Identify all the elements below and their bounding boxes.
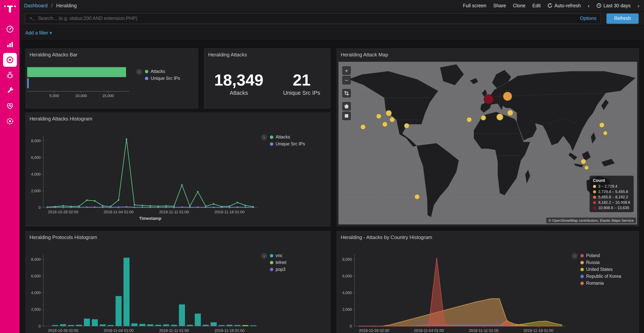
svg-text:6,000: 6,000 <box>31 155 41 160</box>
map-marker[interactable] <box>496 114 503 120</box>
legend-item[interactable]: pop3 <box>270 267 286 272</box>
query-options-link[interactable]: Options <box>580 16 596 21</box>
map-marker[interactable] <box>599 123 604 128</box>
country-histogram-legend: ›PolandRussiaUnited StatesRepublic of Ko… <box>572 253 621 285</box>
fullscreen-button[interactable]: Full screen <box>463 3 486 8</box>
map-legend-item: 2,729.4 – 5,455.8 <box>593 190 630 194</box>
legend-collapse-button[interactable]: › <box>136 69 142 75</box>
legend-dot <box>593 190 596 193</box>
svg-text:Timestamp: Timestamp <box>139 216 162 221</box>
legend-label: Poland <box>586 253 600 258</box>
legend-item[interactable]: United States <box>580 267 621 272</box>
refresh-button[interactable]: Refresh <box>606 13 639 24</box>
world-map[interactable]: + − <box>338 62 637 224</box>
svg-text:2018-11-18 01:00: 2018-11-18 01:00 <box>214 328 244 332</box>
time-range-picker[interactable]: Last 30 days <box>596 3 630 8</box>
map-marker[interactable] <box>376 114 382 119</box>
map-marker[interactable] <box>584 166 588 170</box>
crop-icon <box>344 91 349 96</box>
legend-item[interactable]: Unique Src IPs <box>270 142 305 146</box>
draw-rectangle-button[interactable] <box>342 112 351 120</box>
map-marker[interactable] <box>414 194 420 199</box>
search-input[interactable]: >_ Search... (e.g. status:200 AND extens… <box>25 13 601 24</box>
map-marker[interactable] <box>484 94 494 104</box>
svg-text:6,000: 6,000 <box>31 274 41 278</box>
clock-icon <box>596 3 602 8</box>
legend-collapse-button[interactable]: › <box>261 134 267 140</box>
legend-item[interactable]: vnc <box>270 253 286 258</box>
map-marker[interactable] <box>507 110 513 116</box>
svg-text:6,000: 6,000 <box>342 274 352 278</box>
refresh-cycle-icon <box>548 3 552 8</box>
svg-text:0: 0 <box>38 205 41 210</box>
legend-item[interactable]: telnet <box>270 260 286 265</box>
svg-text:4,000: 4,000 <box>342 291 352 295</box>
legend-label: Romania <box>586 281 604 285</box>
time-next-chevron-icon[interactable]: › <box>638 3 640 9</box>
legend-collapse-button[interactable]: › <box>261 253 267 259</box>
svg-text:2018-11-11 01:00: 2018-11-11 01:00 <box>159 328 189 332</box>
metric: 18,349Attacks <box>214 72 263 96</box>
legend-item[interactable]: Romania <box>580 281 621 285</box>
breadcrumb-separator: / <box>51 3 52 8</box>
add-filter-link[interactable]: Add a filter+ <box>25 30 52 36</box>
zoom-in-button[interactable]: + <box>342 66 351 75</box>
sidebar-item-bug[interactable] <box>3 68 17 82</box>
map-marker[interactable] <box>581 159 586 164</box>
map-marker[interactable] <box>382 122 387 127</box>
sidebar-item-tools[interactable] <box>3 84 17 97</box>
legend-item[interactable]: Attacks <box>270 135 305 139</box>
svg-text:5,000: 5,000 <box>49 94 59 98</box>
sidebar-item-health[interactable] <box>3 99 17 113</box>
auto-refresh-button[interactable]: Auto-refresh <box>548 3 581 8</box>
panel-attack-map: Heralding Attack Map <box>336 48 639 226</box>
share-button[interactable]: Share <box>493 3 506 8</box>
sidebar-item-heralding-active[interactable] <box>3 53 17 67</box>
protocols-histogram-legend: ›vnctelnetpop3 <box>261 253 286 272</box>
map-attribution[interactable]: © OpenStreetMap contributors, Elastic Ma… <box>546 217 636 223</box>
legend-item[interactable]: Republic of Korea <box>580 274 621 278</box>
legend-label: pop3 <box>276 267 286 272</box>
zoom-out-button[interactable]: − <box>342 76 351 84</box>
svg-text:2018-11-11 01:00: 2018-11-11 01:00 <box>469 328 498 332</box>
metric-label: Attacks <box>214 90 263 96</box>
map-marker[interactable] <box>390 117 395 122</box>
polygon-icon <box>344 104 349 109</box>
sidebar-item-settings[interactable] <box>3 114 17 128</box>
legend-item[interactable]: Poland <box>580 253 621 258</box>
legend-collapse-button[interactable]: › <box>572 253 578 259</box>
legend-label: telnet <box>276 260 286 265</box>
time-prev-chevron-icon[interactable]: ‹ <box>588 3 590 9</box>
legend-dot <box>580 274 584 278</box>
svg-text:2018-10-28 02:00: 2018-10-28 02:00 <box>48 328 78 332</box>
legend-label: vnc <box>276 253 282 258</box>
legend-range: 2,729.4 – 5,455.8 <box>598 190 628 194</box>
legend-dot <box>593 195 596 199</box>
map-marker[interactable] <box>360 124 366 130</box>
tachometer-icon <box>6 25 14 33</box>
map-marker[interactable] <box>466 117 472 122</box>
edit-button[interactable]: Edit <box>532 3 541 8</box>
map-marker[interactable] <box>503 92 512 101</box>
svg-text:2018-11-04 01:00: 2018-11-04 01:00 <box>104 210 134 214</box>
legend-item[interactable]: Attacks <box>145 69 180 74</box>
map-legend: Count 3 – 2,729.42,729.4 – 5,455.85,455.… <box>590 176 634 212</box>
draw-polygon-button[interactable] <box>342 102 351 111</box>
legend-label: Unique Src IPs <box>151 76 180 81</box>
sidebar-item-charts[interactable] <box>3 38 17 51</box>
legend-item[interactable]: Unique Src IPs <box>145 76 180 81</box>
terminal-prompt-icon: >_ <box>30 16 34 21</box>
map-marker[interactable] <box>386 110 392 116</box>
fit-bounds-button[interactable] <box>342 89 351 97</box>
map-marker[interactable] <box>481 115 486 121</box>
plus-icon: + <box>50 30 52 36</box>
map-marker[interactable] <box>404 123 409 129</box>
breadcrumb-dashboard-link[interactable]: Dashboard <box>24 3 48 8</box>
sidebar-item-tachometer[interactable] <box>3 22 17 36</box>
map-marker[interactable] <box>603 131 608 135</box>
clone-button[interactable]: Clone <box>513 3 525 8</box>
legend-item[interactable]: Russia <box>580 260 621 265</box>
add-filter-label: Add a filter <box>25 30 48 36</box>
panel-protocols-histogram: Heralding Protocols Histogram 02,0004,00… <box>25 231 330 333</box>
svg-text:15,000: 15,000 <box>102 94 114 98</box>
